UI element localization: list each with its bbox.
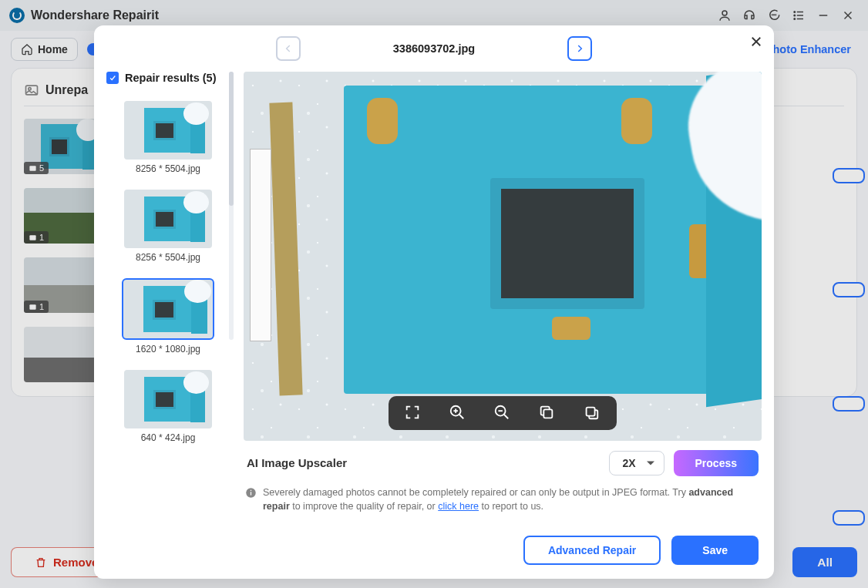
- preview-modal: 3386093702.jpg Repair results (5) 8256 *…: [94, 25, 774, 579]
- repair-results-text: Repair results (5): [125, 72, 216, 84]
- svg-rect-31: [251, 489, 251, 490]
- thumb-caption: 640 * 424.jpg: [141, 432, 196, 443]
- advanced-repair-button[interactable]: Advanced Repair: [523, 536, 661, 565]
- compare-icon[interactable]: [583, 404, 601, 422]
- info-text-1: Severely damaged photos cannot be comple…: [263, 487, 688, 498]
- thumb-caption: 8256 * 5504.jpg: [136, 252, 200, 263]
- filename: 3386093702.jpg: [393, 42, 475, 55]
- next-button[interactable]: [567, 36, 592, 61]
- svg-rect-30: [251, 492, 251, 495]
- checkbox-icon[interactable]: [106, 72, 119, 84]
- repair-results-label[interactable]: Repair results (5): [106, 72, 230, 84]
- svg-line-26: [504, 414, 509, 418]
- prev-button[interactable]: [276, 36, 301, 61]
- info-note: Severely damaged photos cannot be comple…: [244, 481, 762, 526]
- thumb-scrollbar[interactable]: [229, 72, 234, 340]
- svg-line-23: [459, 414, 464, 418]
- result-thumb-1[interactable]: 8256 * 5504.jpg: [124, 101, 212, 174]
- zoom-out-icon[interactable]: [493, 404, 512, 422]
- modal-header: 3386093702.jpg: [94, 25, 774, 72]
- info-text-2: to improve the quality of repair, or: [290, 501, 438, 512]
- copy-icon[interactable]: [538, 404, 557, 422]
- modal-footer: Advanced Repair Save: [94, 536, 774, 579]
- info-link[interactable]: click here: [438, 501, 479, 512]
- svg-rect-27: [543, 409, 552, 418]
- image-preview: [244, 72, 762, 441]
- svg-rect-28: [587, 407, 595, 415]
- save-button[interactable]: Save: [671, 536, 759, 565]
- process-button[interactable]: Process: [674, 450, 759, 476]
- upscale-select[interactable]: 2X: [609, 451, 664, 475]
- thumb-caption: 1620 * 1080.jpg: [136, 344, 200, 354]
- fullscreen-icon[interactable]: [404, 404, 422, 422]
- preview-toolbar: [389, 396, 617, 430]
- result-thumb-2[interactable]: 8256 * 5504.jpg: [124, 190, 212, 263]
- zoom-in-icon[interactable]: [449, 404, 467, 422]
- result-thumb-3[interactable]: 1620 * 1080.jpg: [122, 278, 214, 354]
- thumb-caption: 8256 * 5504.jpg: [136, 163, 200, 174]
- upscaler-label: AI Image Upscaler: [247, 456, 347, 469]
- result-thumb-4[interactable]: 640 * 424.jpg: [124, 370, 212, 443]
- info-text-3: to report to us.: [479, 501, 543, 512]
- close-icon[interactable]: [749, 35, 763, 52]
